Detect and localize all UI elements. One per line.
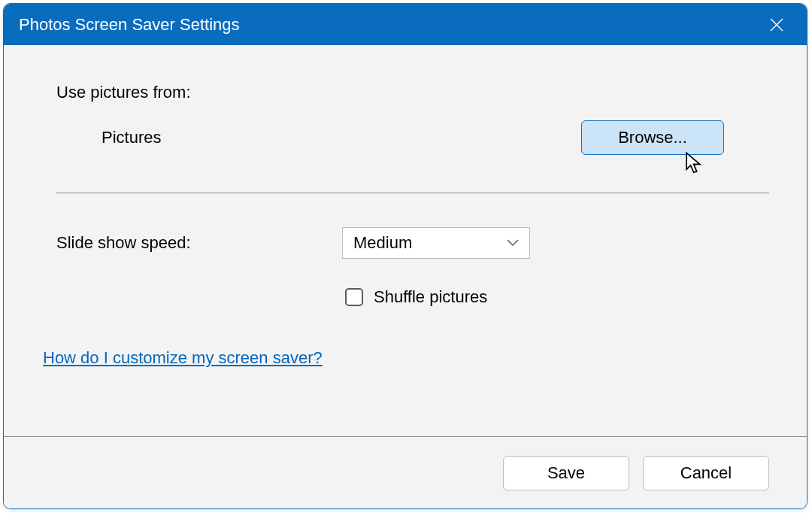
titlebar: Photos Screen Saver Settings xyxy=(4,4,807,45)
dialog-window: Photos Screen Saver Settings Use picture… xyxy=(3,3,807,509)
help-link[interactable]: How do I customize my screen saver? xyxy=(43,348,323,368)
browse-button[interactable]: Browse... xyxy=(581,120,724,155)
close-icon xyxy=(769,17,784,32)
window-title: Photos Screen Saver Settings xyxy=(19,15,240,35)
chevron-down-icon xyxy=(507,239,519,247)
shuffle-row: Shuffle pictures xyxy=(345,287,769,307)
use-pictures-label: Use pictures from: xyxy=(56,83,769,102)
cancel-button[interactable]: Cancel xyxy=(643,456,769,490)
dialog-content: Use pictures from: Pictures Browse... Sl… xyxy=(4,45,807,436)
pictures-row: Pictures Browse... xyxy=(56,120,769,155)
dialog-footer: Save Cancel xyxy=(4,437,807,508)
speed-label: Slide show speed: xyxy=(56,233,297,253)
speed-row: Slide show speed: Medium xyxy=(56,227,769,259)
shuffle-label: Shuffle pictures xyxy=(374,287,487,307)
divider xyxy=(56,193,769,193)
save-button[interactable]: Save xyxy=(503,456,629,490)
shuffle-checkbox[interactable] xyxy=(345,288,363,306)
cursor-icon xyxy=(684,152,705,179)
selected-folder: Pictures xyxy=(102,128,161,147)
close-button[interactable] xyxy=(762,10,792,40)
speed-selected-value: Medium xyxy=(353,233,412,253)
speed-dropdown[interactable]: Medium xyxy=(342,227,530,259)
